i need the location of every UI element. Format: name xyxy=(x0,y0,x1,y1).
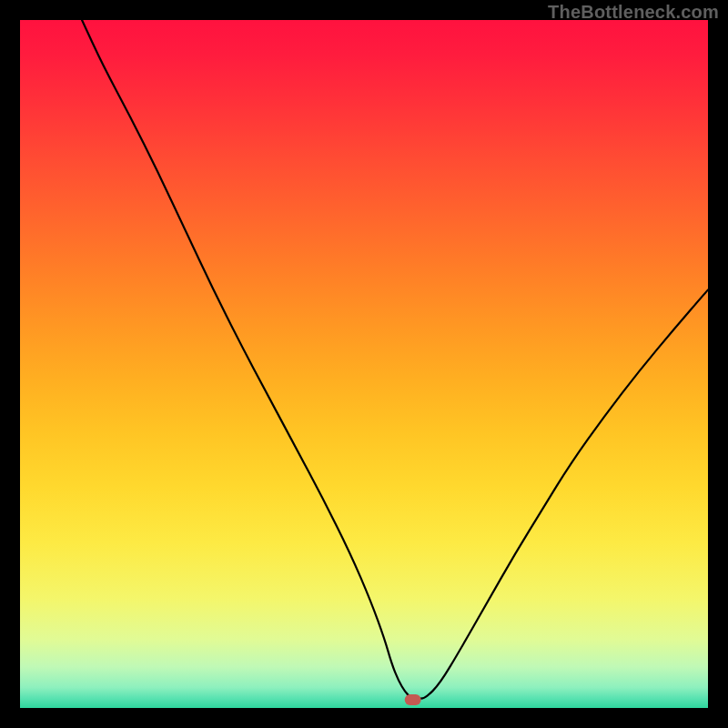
chart-frame: TheBottleneck.com xyxy=(0,0,728,728)
min-marker xyxy=(405,694,421,705)
chart-markers xyxy=(405,694,421,705)
chart-plot-area xyxy=(20,20,708,708)
chart-svg xyxy=(20,20,708,708)
chart-background xyxy=(20,20,708,708)
attribution-label: TheBottleneck.com xyxy=(548,2,719,23)
